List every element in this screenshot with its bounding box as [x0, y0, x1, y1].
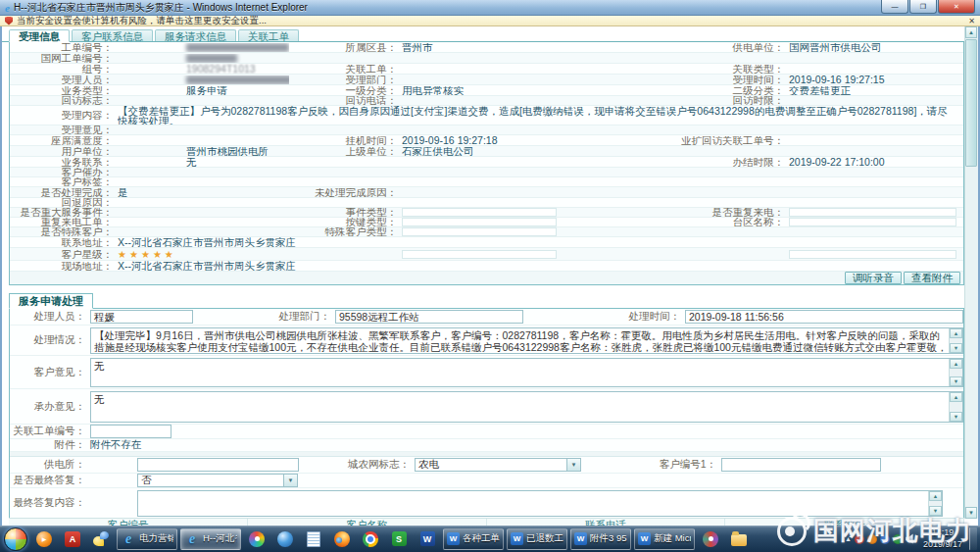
chrome-icon[interactable]: [358, 528, 383, 550]
tray-app-green-icon[interactable]: [893, 534, 903, 544]
field-label: 办结时限：: [564, 158, 789, 167]
tray-app-orange-icon[interactable]: [867, 534, 877, 544]
handle-time-input[interactable]: 2019-09-18 11:56:56: [685, 310, 963, 324]
form-row: 座席满意度：挂机时间：2019-09-16 19:27:18业扩回访关联工单号：: [10, 135, 963, 146]
scroll-down-icon[interactable]: ▼: [950, 343, 962, 353]
tab-customer-contact-info[interactable]: 客户联系信息: [72, 29, 153, 41]
start-button[interactable]: [3, 528, 28, 550]
messenger-icon[interactable]: [88, 528, 114, 550]
close-button[interactable]: ✕: [938, 0, 975, 14]
security-shield-icon: [5, 17, 13, 25]
tab-related-orders[interactable]: 关联工单: [238, 29, 299, 41]
handler-name-input[interactable]: 程媛: [90, 310, 193, 324]
field-label: 客户标签：: [10, 177, 118, 186]
view-attachment-button[interactable]: 查看附件: [904, 272, 960, 284]
form-row: 是否最终答复：否▼: [10, 474, 963, 488]
tab-acceptance-info[interactable]: 受理信息: [9, 29, 70, 42]
form-row: 工单编号：所属区县：晋州市供电单位：国网晋州市供电公司: [10, 42, 963, 53]
scrollbar-thumb[interactable]: [965, 39, 977, 167]
disc-app-icon[interactable]: [698, 528, 723, 550]
media-player-icon[interactable]: ▶: [31, 528, 57, 550]
dropdown-arrow-icon[interactable]: ▼: [283, 475, 297, 486]
field-label: 是否处理完成：: [10, 188, 118, 197]
field-value: 2019-09-22 17:10:00: [789, 158, 963, 167]
star-rating: ★★★★★: [118, 250, 289, 259]
notepad-icon[interactable]: [301, 528, 326, 550]
field-value: X--河北省石家庄市晋州市周头乡贯家庄: [118, 237, 963, 247]
undertake-opinion-textarea[interactable]: 无▲▼: [90, 391, 963, 423]
power-station-input[interactable]: [137, 458, 299, 472]
scrollbar-up-icon[interactable]: ▲: [965, 26, 977, 38]
scrollbar-down-icon[interactable]: ▼: [965, 507, 977, 519]
wps-doc-window-3[interactable]: W附件3 9559...: [570, 528, 631, 550]
customer-opinion-textarea[interactable]: 无▲▼: [90, 358, 963, 387]
field-label: 是否重复来电：: [564, 208, 789, 217]
field-label: 承办意见：: [10, 400, 90, 414]
field-label: 客户催办：: [10, 168, 118, 176]
textarea-text: 【处理完毕】9月16日，晋州市供电公司桃园供电所张桂波、黑繁军联系客户，客户编号…: [94, 329, 948, 352]
firefox-icon[interactable]: [329, 528, 355, 550]
textarea-scrollbar[interactable]: ▲▼: [949, 328, 962, 353]
final-reply-textarea[interactable]: ▲▼: [137, 490, 943, 517]
minimize-button[interactable]: —: [881, 0, 908, 14]
infobar-text: 当前安全设置会使计算机有风险，请单击这里更改安全设置...: [17, 15, 267, 27]
textarea-scrollbar[interactable]: ▲▼: [949, 359, 962, 386]
scroll-down-icon[interactable]: ▼: [950, 412, 962, 422]
wps-doc-window-4[interactable]: W新建 Micro...: [634, 528, 695, 550]
scroll-up-icon[interactable]: ▲: [929, 491, 942, 501]
s-app-icon[interactable]: S: [386, 528, 412, 550]
tray-expand-icon[interactable]: ▲: [845, 535, 852, 542]
page: 受理信息客户联系信息服务请求信息关联工单 工单编号：所属区县：晋州市供电单位：国…: [0, 26, 980, 526]
adobe-reader-icon[interactable]: A: [60, 528, 85, 550]
security-info-bar[interactable]: 当前安全设置会使计算机有风险，请单击这里更改安全设置... ✕: [0, 16, 980, 26]
form-row: 受理人员：受理部门：受理时间：2019-09-16 19:27:15: [10, 75, 963, 85]
wps-doc-window-1[interactable]: W各种工单.d...: [443, 528, 504, 550]
tray-volume-icon[interactable]: [906, 533, 916, 544]
handle-dept-input[interactable]: 95598远程工作站: [335, 310, 523, 324]
explorer-icon[interactable]: [726, 528, 752, 550]
page-scrollbar[interactable]: ▲ ▼: [964, 26, 978, 519]
scroll-up-icon[interactable]: ▲: [950, 392, 962, 402]
final-reply-select[interactable]: 否▼: [137, 474, 298, 487]
related-order-no-input[interactable]: [90, 425, 172, 438]
globe-browser-icon: [277, 531, 293, 547]
globe-browser-icon[interactable]: [272, 528, 298, 550]
maximize-button[interactable]: ❐: [909, 0, 937, 14]
listen-recording-button[interactable]: 调听录音: [845, 272, 902, 284]
field-value: [118, 75, 289, 84]
tab-service-request-handling[interactable]: 服务申请处理: [9, 293, 93, 309]
adobe-reader-icon: A: [65, 531, 80, 547]
field-label: 上级单位：: [289, 147, 402, 156]
tab-service-request-info[interactable]: 服务请求信息: [155, 29, 236, 41]
scroll-down-icon[interactable]: ▼: [929, 506, 942, 516]
show-desktop-button[interactable]: [969, 527, 977, 550]
field-label: 城农网标志：: [299, 458, 415, 472]
taskbar-clock[interactable]: 14:192019/9/17: [919, 527, 966, 550]
customer-no1-input[interactable]: [721, 458, 881, 472]
scroll-up-icon[interactable]: ▲: [950, 359, 962, 369]
field-value: 交费差错更正: [789, 86, 963, 95]
textarea-scrollbar[interactable]: ▲▼: [928, 491, 942, 516]
textarea-scrollbar[interactable]: ▲▼: [949, 392, 962, 422]
window-title: H--河北省石家庄市晋州市周头乡贯家庄 - Windows Internet E…: [14, 1, 877, 15]
infobar-close-icon[interactable]: ✕: [968, 17, 975, 25]
field-label: 回访时限：: [564, 96, 789, 105]
grid-flag-select[interactable]: 农电▼: [415, 458, 581, 472]
field-label: 特殊客户类型：: [289, 227, 402, 236]
field-label: 回访电话：: [289, 96, 402, 105]
word-icon[interactable]: W: [415, 528, 440, 550]
scroll-up-icon[interactable]: ▲: [950, 328, 962, 338]
field-value: 无: [118, 158, 289, 167]
tray-app-red-icon[interactable]: [855, 534, 864, 544]
wps-doc-window-2[interactable]: W已退数工单...: [507, 528, 567, 550]
form-row: 承办意见：无▲▼: [10, 389, 963, 425]
tray-app-blue-icon[interactable]: [880, 534, 890, 544]
ie-window-current[interactable]: eH--河北省...: [180, 528, 241, 550]
field-value: [402, 227, 564, 236]
textarea-text: [141, 492, 927, 515]
scroll-down-icon[interactable]: ▼: [950, 376, 962, 386]
pinwheel-browser-icon[interactable]: [244, 528, 270, 550]
handle-detail-textarea[interactable]: 【处理完毕】9月16日，晋州市供电公司桃园供电所张桂波、黑繁军联系客户，客户编号…: [90, 327, 963, 354]
ie-window-power-marketing[interactable]: e电力营销业...: [117, 528, 177, 550]
dropdown-arrow-icon[interactable]: ▼: [566, 459, 580, 471]
